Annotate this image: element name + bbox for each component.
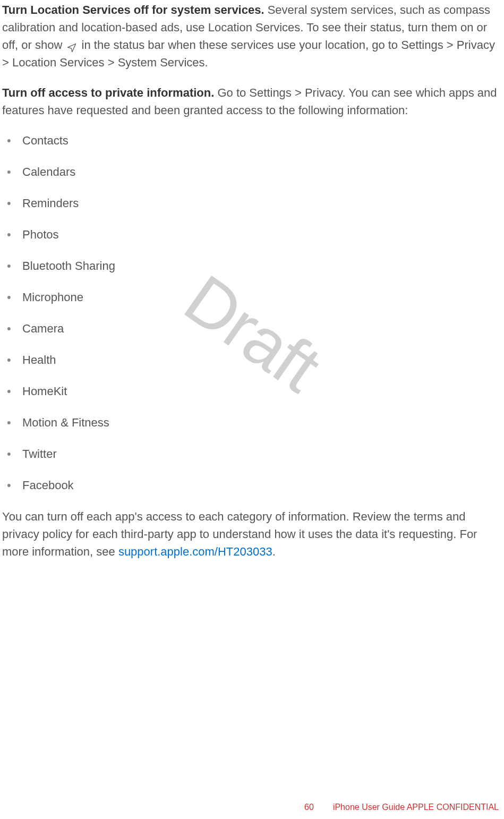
list-item: Calendars bbox=[2, 163, 502, 181]
paragraph-app-access: You can turn off each app's access to ea… bbox=[2, 508, 502, 560]
list-item-label: Contacts bbox=[22, 134, 69, 147]
paragraph-private-info: Turn off access to private information. … bbox=[2, 84, 502, 119]
list-item: Photos bbox=[2, 226, 502, 243]
location-arrow-icon bbox=[66, 40, 77, 51]
heading-bold: Turn Location Services off for system se… bbox=[2, 3, 264, 16]
list-item-label: Twitter bbox=[22, 447, 57, 460]
list-item-label: Microphone bbox=[22, 291, 83, 304]
list-item-label: Facebook bbox=[22, 479, 74, 492]
list-item: Microphone bbox=[2, 288, 502, 306]
list-item: Reminders bbox=[2, 194, 502, 212]
document-content: Turn Location Services off for system se… bbox=[0, 0, 504, 560]
list-item: Health bbox=[2, 351, 502, 369]
paragraph-text: . bbox=[272, 545, 276, 558]
list-item-label: Camera bbox=[22, 322, 64, 335]
page-footer: 60iPhone User Guide APPLE CONFIDENTIAL bbox=[295, 801, 499, 814]
list-item-label: Calendars bbox=[22, 165, 75, 178]
paragraph-location-services: Turn Location Services off for system se… bbox=[2, 1, 502, 71]
list-item: Camera bbox=[2, 320, 502, 337]
list-item: Contacts bbox=[2, 132, 502, 149]
list-item-label: Health bbox=[22, 353, 56, 366]
list-item: Motion & Fitness bbox=[2, 414, 502, 431]
heading-bold: Turn off access to private information. bbox=[2, 86, 214, 99]
list-item: Twitter bbox=[2, 445, 502, 463]
privacy-categories-list: Contacts Calendars Reminders Photos Blue… bbox=[2, 132, 502, 494]
list-item-label: Reminders bbox=[22, 197, 79, 210]
footer-text: iPhone User Guide APPLE CONFIDENTIAL bbox=[333, 803, 499, 812]
list-item-label: Motion & Fitness bbox=[22, 416, 109, 429]
support-link[interactable]: support.apple.com/HT203033 bbox=[118, 545, 272, 558]
list-item: Bluetooth Sharing bbox=[2, 257, 502, 275]
list-item: Facebook bbox=[2, 476, 502, 494]
list-item-label: Photos bbox=[22, 228, 59, 241]
list-item-label: HomeKit bbox=[22, 385, 67, 398]
list-item: HomeKit bbox=[2, 382, 502, 400]
list-item-label: Bluetooth Sharing bbox=[22, 259, 115, 272]
page-number: 60 bbox=[304, 803, 314, 812]
